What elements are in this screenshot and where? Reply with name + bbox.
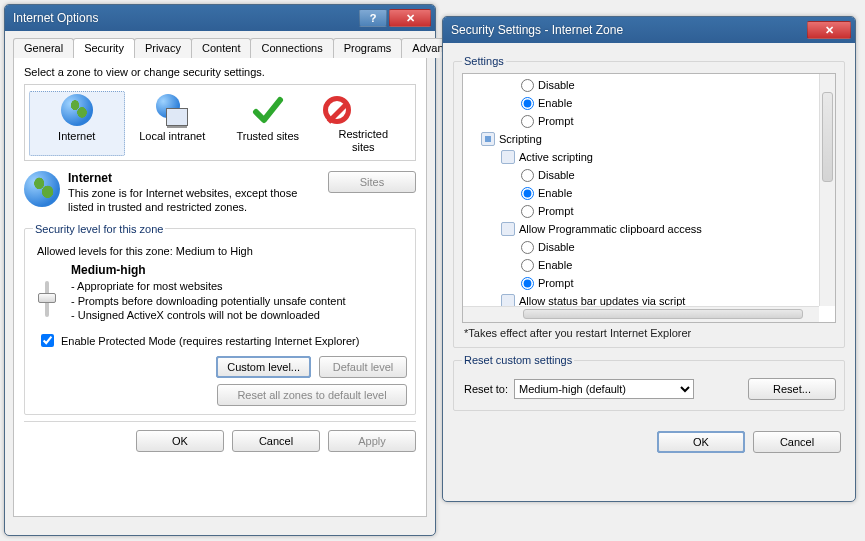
reset-group: Reset custom settings Reset to: Medium-h… (453, 354, 845, 411)
tree-radio[interactable] (521, 187, 534, 200)
zone-local-intranet[interactable]: Local intranet (125, 91, 221, 156)
category-icon (481, 132, 495, 146)
close-button[interactable]: ✕ (389, 9, 431, 27)
reset-all-zones-button[interactable]: Reset all zones to default level (217, 384, 407, 406)
tree-option[interactable]: Enable (463, 94, 835, 112)
ok-button[interactable]: OK (657, 431, 745, 453)
tree-label: Enable (538, 256, 572, 274)
tree-label: Disable (538, 166, 575, 184)
level-description: Medium-high - Appropriate for most websi… (71, 263, 346, 324)
window-title: Internet Options (13, 11, 357, 25)
check-icon (252, 94, 284, 126)
tree-label: Enable (538, 94, 572, 112)
tree-radio[interactable] (521, 241, 534, 254)
tab-panel-security: Select a zone to view or change security… (13, 57, 427, 517)
level-point-3: - Unsigned ActiveX controls will not be … (71, 308, 346, 323)
custom-level-button[interactable]: Custom level... (216, 356, 311, 378)
cancel-button[interactable]: Cancel (753, 431, 841, 453)
reset-button[interactable]: Reset... (748, 378, 836, 400)
tab-general[interactable]: General (13, 38, 74, 58)
sites-button[interactable]: Sites (328, 171, 416, 193)
reset-to-combo[interactable]: Medium-high (default) (514, 379, 694, 399)
tree-label: Prompt (538, 274, 573, 292)
settings-group: Settings DisableEnablePromptScriptingAct… (453, 55, 845, 348)
protected-mode-checkbox[interactable]: Enable Protected Mode (requires restarti… (37, 331, 407, 350)
level-point-2: - Prompts before downloading potentially… (71, 294, 346, 309)
tab-strip: General Security Privacy Content Connect… (5, 31, 435, 57)
ok-button[interactable]: OK (136, 430, 224, 452)
settings-tree[interactable]: DisableEnablePromptScriptingActive scrip… (462, 73, 836, 323)
help-button[interactable]: ? (359, 9, 387, 27)
globe-icon (24, 171, 60, 207)
close-button[interactable]: ✕ (807, 21, 851, 39)
tree-label: Enable (538, 184, 572, 202)
security-level-slider[interactable] (33, 263, 61, 324)
tree-category: Scripting (463, 130, 835, 148)
tree-label: Prompt (538, 202, 573, 220)
tree-option[interactable]: Prompt (463, 112, 835, 130)
tree-option[interactable]: Disable (463, 76, 835, 94)
zone-label: Trusted sites (225, 130, 311, 143)
tree-radio[interactable] (521, 205, 534, 218)
protected-mode-input[interactable] (41, 334, 54, 347)
intranet-icon (156, 94, 188, 126)
zone-trusted-sites[interactable]: Trusted sites (220, 91, 316, 156)
tree-radio[interactable] (521, 277, 534, 290)
scrollbar-vertical[interactable] (819, 74, 835, 306)
zones-prompt: Select a zone to view or change security… (24, 66, 416, 78)
reset-to-label: Reset to: (464, 383, 508, 395)
apply-button[interactable]: Apply (328, 430, 416, 452)
globe-icon (61, 94, 93, 126)
separator (24, 421, 416, 422)
tree-radio[interactable] (521, 97, 534, 110)
protected-mode-label: Enable Protected Mode (requires restarti… (61, 335, 359, 347)
tree-radio[interactable] (521, 79, 534, 92)
internet-options-window: Internet Options ? ✕ General Security Pr… (4, 4, 436, 536)
tree-label: Prompt (538, 112, 573, 130)
zone-label: Internet (34, 130, 120, 143)
tree-option[interactable]: Enable (463, 256, 835, 274)
tree-label: Disable (538, 76, 575, 94)
titlebar[interactable]: Security Settings - Internet Zone ✕ (443, 17, 855, 43)
restart-note: *Takes effect after you restart Internet… (464, 327, 836, 339)
settings-legend: Settings (462, 55, 506, 67)
tree-option[interactable]: Disable (463, 166, 835, 184)
tree-item: Active scripting (463, 148, 835, 166)
restricted-icon (321, 94, 353, 126)
tab-security[interactable]: Security (73, 38, 135, 58)
tree-item: Allow Programmatic clipboard access (463, 220, 835, 238)
reset-legend: Reset custom settings (462, 354, 574, 366)
scrollbar-horizontal[interactable] (463, 306, 819, 322)
tab-programs[interactable]: Programs (333, 38, 403, 58)
tree-label: Allow Programmatic clipboard access (519, 220, 702, 238)
cancel-button[interactable]: Cancel (232, 430, 320, 452)
zone-label: Restrictedsites (321, 128, 407, 153)
zone-restricted-sites[interactable]: Restrictedsites (316, 91, 412, 156)
default-level-button[interactable]: Default level (319, 356, 407, 378)
security-level-group: Security level for this zone Allowed lev… (24, 223, 416, 416)
zone-internet[interactable]: Internet (29, 91, 125, 156)
level-name: Medium-high (71, 263, 346, 277)
tree-label: Disable (538, 238, 575, 256)
tree-option[interactable]: Enable (463, 184, 835, 202)
allowed-levels: Allowed levels for this zone: Medium to … (37, 245, 407, 257)
tab-connections[interactable]: Connections (250, 38, 333, 58)
zone-title: Internet (68, 171, 112, 185)
level-point-1: - Appropriate for most websites (71, 279, 346, 294)
zone-desc-text: This zone is for Internet websites, exce… (68, 187, 320, 215)
security-level-legend: Security level for this zone (33, 223, 165, 235)
zone-label: Local intranet (130, 130, 216, 143)
tree-radio[interactable] (521, 169, 534, 182)
security-settings-window: Security Settings - Internet Zone ✕ Sett… (442, 16, 856, 502)
titlebar[interactable]: Internet Options ? ✕ (5, 5, 435, 31)
tab-privacy[interactable]: Privacy (134, 38, 192, 58)
zone-description: Internet This zone is for Internet websi… (68, 171, 320, 215)
tab-content[interactable]: Content (191, 38, 252, 58)
tree-option[interactable]: Prompt (463, 202, 835, 220)
tree-radio[interactable] (521, 115, 534, 128)
tree-label: Active scripting (519, 148, 593, 166)
tree-radio[interactable] (521, 259, 534, 272)
tree-option[interactable]: Prompt (463, 274, 835, 292)
tree-option[interactable]: Disable (463, 238, 835, 256)
item-icon (501, 222, 515, 236)
